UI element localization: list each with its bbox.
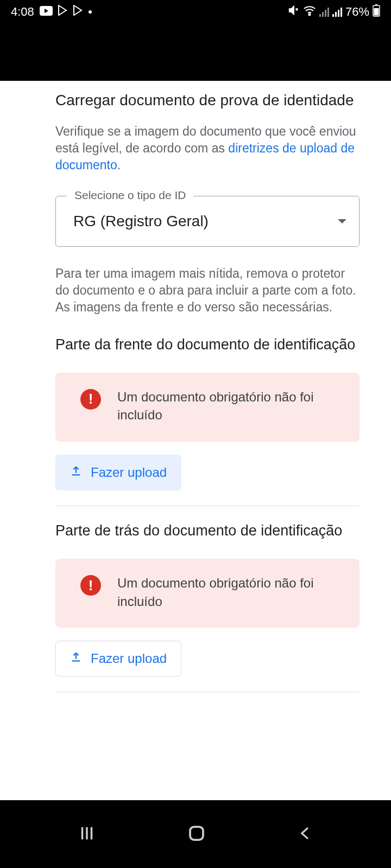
status-bar: 4:08 76%: [0, 0, 391, 24]
front-error-banner: ! Um documento obrigatório não foi inclu…: [55, 373, 360, 442]
chevron-down-icon: [337, 216, 347, 226]
back-button[interactable]: [297, 824, 313, 845]
android-nav-bar: [0, 800, 391, 868]
id-type-select[interactable]: Selecione o tipo de ID RG (Registro Gera…: [55, 196, 360, 247]
app-header: [0, 24, 391, 81]
play-icon: [58, 5, 68, 19]
upload-front-label: Fazer upload: [91, 465, 167, 480]
upload-back-button[interactable]: Fazer upload: [55, 641, 181, 676]
svg-rect-4: [374, 8, 379, 16]
upload-icon: [70, 651, 82, 666]
back-error-text: Um documento obrigatório não foi incluíd…: [117, 574, 343, 610]
battery-icon: [373, 4, 380, 20]
signal-icon: [319, 7, 329, 17]
upload-back-label: Fazer upload: [91, 651, 167, 666]
dot-icon: [89, 10, 92, 14]
divider: [55, 692, 360, 692]
upload-icon: [70, 465, 82, 480]
battery-text: 76%: [345, 5, 369, 19]
back-section-title: Parte de trás do documento de identifica…: [55, 521, 360, 540]
mute-icon: [288, 4, 300, 20]
youtube-icon: [40, 5, 53, 19]
front-error-text: Um documento obrigatório não foi incluíd…: [117, 388, 343, 424]
verify-text-part2: .: [117, 158, 121, 172]
back-error-banner: ! Um documento obrigatório não foi inclu…: [55, 559, 360, 628]
photo-instruction: Para ter uma imagem mais nítida, remova …: [55, 265, 360, 316]
svg-point-1: [308, 14, 310, 16]
error-icon: !: [80, 389, 101, 410]
status-time: 4:08: [11, 5, 34, 19]
main-content: Carregar documento de prova de identidad…: [0, 81, 391, 868]
error-icon: !: [80, 575, 101, 596]
svg-rect-8: [190, 827, 203, 840]
home-button[interactable]: [187, 824, 206, 845]
select-value: RG (Registro Geral): [73, 213, 347, 230]
divider: [55, 506, 360, 506]
select-label: Selecione o tipo de ID: [67, 189, 193, 202]
front-section-title: Parte da frente do documento de identifi…: [55, 335, 360, 354]
wifi-icon: [303, 5, 316, 19]
play-icon: [73, 5, 83, 19]
upload-front-button[interactable]: Fazer upload: [55, 455, 181, 490]
page-title: Carregar documento de prova de identidad…: [55, 91, 360, 110]
verify-instruction: Verifique se a imagem do documento que v…: [55, 123, 360, 174]
svg-rect-3: [375, 4, 377, 5]
signal-icon: [332, 7, 342, 17]
recents-button[interactable]: [78, 824, 96, 845]
